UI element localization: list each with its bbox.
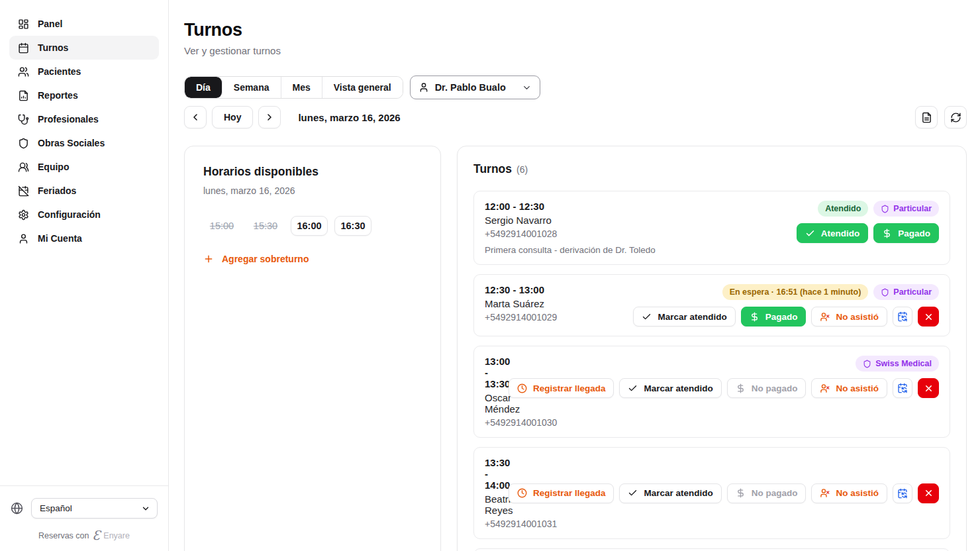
appointment-time: 13:00 - 13:30 [485, 356, 509, 389]
dashboard-icon [18, 19, 29, 30]
dollar-icon [736, 383, 746, 393]
sidebar-item-obras-sociales[interactable]: Obras Sociales [9, 131, 159, 155]
appointment-note: Primera consulta - derivación de Dr. Tol… [485, 245, 797, 255]
tab-semana[interactable]: Semana [222, 77, 281, 98]
next-day-button[interactable] [258, 106, 281, 128]
sidebar-item-label: Profesionales [38, 114, 99, 125]
available-slots-date: lunes, marzo 16, 2026 [203, 185, 422, 196]
mark-attended-button[interactable]: Marcar atendido [619, 483, 721, 503]
prev-day-button[interactable] [184, 106, 207, 128]
doctor-select[interactable]: Dr. Pablo Bualo [410, 75, 540, 99]
check-icon [628, 383, 638, 393]
insurance-badge: Swiss Medical [856, 356, 939, 372]
appointment-card[interactable]: 13:30 - 14:00 Beatriz Reyes +54929140010… [473, 447, 950, 539]
sidebar-nav: Panel Turnos Pacientes Reportes Profesio… [0, 0, 168, 485]
sidebar-item-reportes[interactable]: Reportes [9, 83, 159, 107]
paid-button[interactable]: Pagado [741, 307, 807, 326]
sidebar-item-label: Obras Sociales [38, 138, 105, 148]
powered-by: Reservas con Ɛ Enyare [11, 529, 158, 542]
no-show-label: No asistió [836, 488, 879, 498]
sidebar-item-equipo[interactable]: Equipo [9, 155, 159, 179]
sidebar-item-profesionales[interactable]: Profesionales [9, 107, 159, 131]
register-arrival-button[interactable]: Registrar llegada [509, 378, 614, 398]
attended-button[interactable]: Atendido [797, 223, 869, 243]
not-paid-label: No pagado [752, 383, 798, 393]
sidebar-item-label: Pacientes [38, 66, 81, 77]
mark-attended-button[interactable]: Marcar atendido [619, 378, 721, 398]
shield-icon [863, 360, 871, 368]
tab-mes[interactable]: Mes [281, 77, 322, 98]
no-show-button[interactable]: No asistió [811, 378, 887, 398]
patient-name: Beatriz Reyes [485, 493, 509, 516]
user-icon [418, 82, 429, 93]
today-button[interactable]: Hoy [212, 106, 253, 128]
appointment-card[interactable]: 13:00 - 13:30 Oscar Méndez +549291400103… [473, 346, 950, 438]
insurance-badge-label: Particular [893, 204, 932, 213]
user-x-icon [820, 383, 830, 393]
page-subtitle: Ver y gestionar turnos [184, 45, 967, 56]
tab-dia[interactable]: Día [185, 77, 222, 98]
patient-phone: +5492914001031 [485, 519, 509, 529]
not-paid-button[interactable]: No pagado [727, 378, 807, 398]
not-paid-label: No pagado [752, 488, 798, 498]
refresh-icon [950, 112, 961, 123]
export-report-button[interactable] [915, 106, 938, 128]
sidebar-item-label: Equipo [38, 162, 69, 172]
mark-attended-button[interactable]: Marcar atendido [633, 307, 735, 326]
insurance-badge: Particular [873, 284, 939, 300]
user-x-icon [820, 488, 830, 498]
attended-button-label: Atendido [821, 228, 860, 238]
appointment-card[interactable]: 12:30 - 13:00 Marta Suárez +549291400102… [473, 274, 950, 336]
add-overbooking-button[interactable]: Agregar sobreturno [203, 254, 422, 264]
appointment-time: 12:00 - 12:30 [485, 201, 797, 212]
paid-button[interactable]: Pagado [873, 223, 939, 243]
calendar-sync-icon [897, 311, 908, 322]
cancel-button[interactable] [918, 307, 939, 326]
cancel-button[interactable] [918, 378, 939, 398]
sidebar-item-turnos[interactable]: Turnos [9, 36, 159, 60]
mark-attended-label: Marcar atendido [644, 383, 712, 393]
sidebar-item-label: Feriados [38, 185, 76, 196]
chevron-down-icon [141, 504, 150, 513]
powered-by-text: Reservas con [38, 531, 89, 540]
language-select[interactable]: Español [31, 498, 158, 519]
dollar-icon [882, 228, 892, 238]
patient-phone: +5492914001028 [485, 228, 797, 239]
calendar-icon [18, 42, 29, 54]
sidebar-item-panel[interactable]: Panel [9, 12, 159, 36]
reschedule-button[interactable] [893, 307, 912, 326]
not-paid-button[interactable]: No pagado [727, 483, 807, 503]
tab-vista-general[interactable]: Vista general [322, 77, 403, 98]
sidebar-item-configuracion[interactable]: Configuración [9, 203, 159, 226]
appointment-card[interactable]: 15:00 - 15:30 Elvira Arias +549291400106… [473, 548, 950, 551]
no-show-button[interactable]: No asistió [811, 307, 887, 326]
check-icon [628, 488, 638, 498]
no-show-button[interactable]: No asistió [811, 483, 887, 503]
sidebar-item-pacientes[interactable]: Pacientes [9, 60, 159, 83]
refresh-button[interactable] [944, 106, 967, 128]
chevron-right-icon [264, 112, 275, 123]
reschedule-button[interactable] [893, 483, 912, 503]
sidebar-item-mi-cuenta[interactable]: Mi Cuenta [9, 226, 159, 250]
user-icon [18, 233, 29, 244]
slot-16-00[interactable]: 16:00 [291, 216, 328, 236]
slot-15-00: 15:00 [203, 216, 240, 236]
patient-name: Sergio Navarro [485, 215, 797, 226]
sidebar-item-feriados[interactable]: Feriados [9, 179, 159, 203]
reschedule-button[interactable] [893, 378, 912, 398]
appointment-time: 12:30 - 13:00 [485, 284, 633, 295]
calendar-sync-icon [897, 488, 908, 499]
slot-16-30[interactable]: 16:30 [334, 216, 371, 236]
clock-icon [517, 383, 527, 393]
shield-icon [881, 205, 889, 213]
register-arrival-button[interactable]: Registrar llegada [509, 483, 614, 503]
language-select-value: Español [40, 503, 72, 513]
appointment-card[interactable]: 12:00 - 12:30 Sergio Navarro +5492914001… [473, 191, 950, 265]
enyare-logo-icon: Ɛ [92, 529, 100, 542]
cancel-button[interactable] [918, 483, 939, 503]
clock-icon [517, 488, 527, 498]
view-tabs: Día Semana Mes Vista general [184, 76, 403, 99]
dollar-icon [750, 312, 760, 322]
insurance-badge-label: Particular [893, 287, 932, 297]
globe-icon [11, 502, 23, 515]
